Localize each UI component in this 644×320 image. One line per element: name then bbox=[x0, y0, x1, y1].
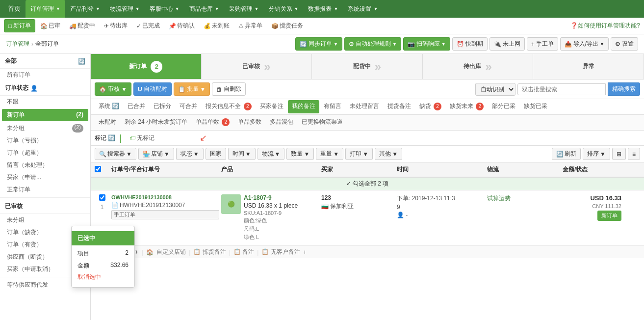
precise-search-button[interactable]: 精确搜索 bbox=[608, 82, 640, 96]
nav-procurement[interactable]: 采购管理 ▼ bbox=[224, 0, 264, 18]
tab-split[interactable]: 已拆分 bbox=[150, 100, 175, 113]
nav-distribution[interactable]: 分销关系 ▼ bbox=[264, 0, 304, 18]
tab-my-notes[interactable]: 我的备注 bbox=[288, 100, 319, 113]
sidebar-buyer-apply[interactable]: 买家（申请... bbox=[0, 171, 90, 184]
subnav-shipping[interactable]: 🚚 配货中 bbox=[65, 20, 99, 32]
nav-reports[interactable]: 数据报表 ▼ bbox=[303, 0, 343, 18]
row-checkbox[interactable]: 1 bbox=[95, 194, 109, 211]
tab-multi-item-mix[interactable]: 多品混包 bbox=[266, 116, 297, 129]
tab-partial-procured[interactable]: 部分已采 bbox=[488, 100, 519, 113]
sidebar-loss-orders[interactable]: 订单（亏损） bbox=[0, 134, 90, 147]
offline-button[interactable]: 🔌 未上网 bbox=[489, 37, 525, 51]
batch-search-input[interactable] bbox=[517, 83, 606, 95]
filter-logistics[interactable]: 物流 ▼ bbox=[258, 148, 285, 160]
tab-single-item-multi[interactable]: 单品多数 bbox=[234, 116, 265, 129]
pipeline-new-order[interactable]: 新订单 2 bbox=[91, 54, 202, 79]
delete-button[interactable]: 🗑 自删除 bbox=[212, 82, 246, 96]
order-status-button[interactable]: 新订单 bbox=[597, 211, 621, 221]
nav-logistics[interactable]: 物流管理 ▼ bbox=[105, 0, 145, 18]
nav-product-listing[interactable]: 产品刊登 ▼ bbox=[65, 0, 105, 18]
sync-orders-button[interactable]: 🔄 同步订单 ▼ bbox=[295, 37, 342, 51]
filter-store[interactable]: 🏪 店铺 ▼ bbox=[138, 148, 174, 160]
tab-oos-procured[interactable]: 缺货已采 bbox=[520, 100, 551, 113]
tab-unprocessed-messages[interactable]: 未处理留言 bbox=[346, 100, 383, 113]
tab-merged[interactable]: 已合并 bbox=[124, 100, 149, 113]
nav-customer-service[interactable]: 客服中心 ▼ bbox=[145, 0, 184, 18]
picking-note-icon[interactable]: 📋 拣货备注 bbox=[193, 248, 226, 256]
list-view-button[interactable]: ≡ bbox=[628, 148, 640, 160]
filter-print[interactable]: 打印 ▼ bbox=[345, 148, 373, 160]
filter-weight[interactable]: 重量 ▼ bbox=[316, 148, 343, 160]
no-tag-item[interactable]: 🏷 无标记 bbox=[126, 133, 158, 143]
tab-has-messages[interactable]: 有留言 bbox=[320, 100, 345, 113]
add-icon[interactable]: + bbox=[303, 249, 307, 256]
pipeline-shipping[interactable]: 配货中 » bbox=[312, 54, 423, 79]
nav-order-management[interactable]: 订单管理 ▼ bbox=[26, 0, 65, 18]
tab-out-of-stock[interactable]: 缺货 2 bbox=[415, 100, 445, 113]
sidebar-new-order-section[interactable]: 新订单 (2) bbox=[2, 109, 88, 121]
tab-single-item-single[interactable]: 单品单数 2 bbox=[192, 116, 233, 129]
sidebar-reviewed-ungrouped[interactable]: 未分组 bbox=[0, 214, 90, 226]
import-export-button[interactable]: 📥 导入/导出 ▼ bbox=[560, 37, 609, 51]
review-button[interactable]: 🏠 审核 ▼ bbox=[95, 82, 131, 96]
subnav-pending-confirm[interactable]: 📌 待确认 bbox=[165, 20, 199, 32]
settings-button[interactable]: ⚙ 设置 bbox=[611, 37, 638, 51]
tab-buyer-notes[interactable]: 买家备注 bbox=[256, 100, 287, 113]
grid-view-button[interactable]: ⊞ bbox=[612, 148, 626, 160]
sidebar-normal-orders[interactable]: 正常订单 bbox=[0, 184, 90, 196]
nav-home[interactable]: 首页 bbox=[3, 0, 26, 18]
breadcrumb-order-management[interactable]: 订单管理 bbox=[6, 40, 29, 48]
filter-quantity[interactable]: 数量 ▼ bbox=[286, 148, 314, 160]
refresh-icon[interactable]: 🔄 bbox=[78, 58, 85, 65]
new-order-button[interactable]: □ 新订单 bbox=[4, 19, 35, 32]
sidebar-ungrouped[interactable]: 未分组 (2) bbox=[0, 122, 90, 134]
sidebar-no-delay[interactable]: 不跟 bbox=[0, 96, 90, 108]
batch-button[interactable]: 📋 批量 ▼ bbox=[174, 82, 210, 96]
custom-store-label[interactable]: 自定义店铺 bbox=[156, 248, 186, 256]
subnav-exception[interactable]: ⚠ 异常单 bbox=[234, 20, 266, 32]
filter-time[interactable]: 时间 ▼ bbox=[228, 148, 256, 160]
sidebar-messages-unprocessed[interactable]: 留言（未处理） bbox=[0, 159, 90, 171]
buyer-id[interactable]: 123 bbox=[321, 194, 395, 201]
select-all-checkbox[interactable] bbox=[95, 166, 109, 174]
pipeline-exception[interactable]: 异常 bbox=[533, 54, 644, 79]
subnav-completed[interactable]: ✓ 已完成 bbox=[132, 20, 164, 32]
refresh-button[interactable]: 🔄 刷新 bbox=[552, 148, 581, 160]
help-link[interactable]: ❓如何使用订单管理功能? bbox=[570, 22, 640, 30]
tab-customs-incomplete[interactable]: 报关信息不全 2 bbox=[202, 100, 255, 113]
tab-unmatched[interactable]: 未配对 bbox=[95, 116, 120, 129]
filter-status[interactable]: 状态 ▼ bbox=[176, 148, 204, 160]
filter-country[interactable]: 国家 bbox=[206, 148, 226, 160]
auto-rules-button[interactable]: ⚙ 自动处理规则 ▼ bbox=[344, 37, 401, 51]
subnav-mixing[interactable]: 📦 搅货任务 bbox=[267, 20, 307, 32]
tab-can-merge[interactable]: 可合并 bbox=[176, 100, 201, 113]
manual-order-button[interactable]: + 手工单 bbox=[527, 37, 558, 51]
pipeline-pending-warehouse[interactable]: 待出库 » bbox=[423, 54, 534, 79]
filter-search[interactable]: 🔍 搜索器 ▼ bbox=[95, 148, 136, 160]
auto-match-button[interactable]: U 自动配对 bbox=[133, 82, 172, 96]
select-all-bar[interactable]: ✓ 勾选全部 2 项 bbox=[91, 178, 644, 190]
sidebar-overweight[interactable]: 订单（超重） bbox=[0, 147, 90, 159]
tab-system[interactable]: 系统 🔄 bbox=[95, 100, 123, 113]
calc-shipping[interactable]: 试算运费 bbox=[487, 194, 561, 203]
no-customer-note-icon[interactable]: 📋 无客户备注 bbox=[261, 248, 300, 256]
pipeline-reviewed[interactable]: 已审核 » bbox=[202, 54, 312, 79]
filter-other[interactable]: 其他 ▼ bbox=[375, 148, 402, 160]
subnav-reviewed[interactable]: 🏠 已审 bbox=[36, 20, 64, 32]
order-id[interactable]: OWHVHE201912130008 bbox=[111, 194, 219, 200]
home-store-icon[interactable]: 🏠 bbox=[146, 249, 154, 256]
expiring-button[interactable]: ⏰ 快到期 bbox=[452, 37, 488, 51]
tab-oos-future[interactable]: 缺货未来 2 bbox=[446, 100, 488, 113]
cancel-selection-link[interactable]: 取消选中 bbox=[72, 272, 134, 282]
product-name[interactable]: A1-1807-9 bbox=[244, 194, 298, 201]
auto-recognize-select[interactable]: 自动识别 bbox=[475, 83, 515, 96]
notes-icon[interactable]: 📋 备注 bbox=[233, 248, 254, 256]
tab-logistics-changed[interactable]: 已更换物流渠道 bbox=[298, 116, 347, 129]
subnav-pending-warehouse[interactable]: ✈ 待出库 bbox=[100, 20, 131, 32]
sidebar-all-orders[interactable]: 所有订单 bbox=[0, 69, 90, 81]
subnav-unpaid[interactable]: 💰 未到账 bbox=[200, 20, 233, 32]
scan-respond-button[interactable]: 📷 扫码响应 ▼ bbox=[403, 37, 450, 51]
tab-mixing-notes[interactable]: 搅货备注 bbox=[384, 100, 415, 113]
nav-warehouse[interactable]: 商品仓库 ▼ bbox=[184, 0, 224, 18]
sort-button[interactable]: 排序 ▼ bbox=[583, 148, 610, 160]
